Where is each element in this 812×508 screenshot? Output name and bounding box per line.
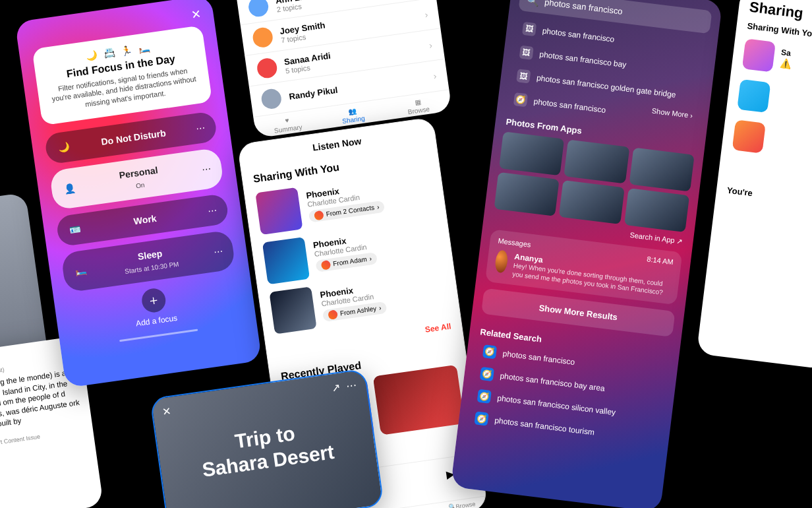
close-icon[interactable]: ✕: [190, 7, 202, 22]
avatar: [256, 57, 278, 79]
bed-icon: 🛏️: [72, 263, 89, 279]
album-art: [262, 237, 310, 284]
avatar: [252, 26, 274, 49]
photo-icon: 🖼: [519, 46, 534, 60]
message-time: 8:14 AM: [647, 255, 674, 266]
warning-icon: ⚠️: [779, 57, 792, 69]
photo-icon: 🖼: [522, 22, 536, 36]
photo-thumb[interactable]: [494, 172, 559, 216]
photo-thumb[interactable]: [629, 148, 694, 192]
album-art: [255, 187, 303, 235]
search-icon: 🔍: [525, 0, 540, 7]
add-focus-button[interactable]: ＋: [140, 287, 167, 314]
share-icon[interactable]: ↗: [332, 382, 341, 395]
avatar: [742, 38, 776, 72]
chevron-right-icon: ›: [433, 71, 438, 81]
photo-thumb[interactable]: [624, 188, 689, 232]
photo-thumb[interactable]: [499, 131, 564, 175]
safari-icon: 🧭: [480, 367, 494, 381]
safari-icon: 🧭: [513, 92, 528, 107]
chevron-right-icon: ›: [424, 9, 428, 20]
close-icon[interactable]: ✕: [161, 405, 172, 419]
avatar: [732, 119, 766, 153]
chevron-right-icon: ›: [428, 40, 433, 50]
more-icon[interactable]: ⋯: [201, 163, 212, 175]
more-icon[interactable]: ⋯: [213, 245, 223, 257]
safari-icon: 🧭: [477, 389, 492, 404]
safari-icon: 🧭: [474, 411, 488, 426]
id-card-icon: 🪪: [67, 221, 84, 238]
tab-browse[interactable]: 🔍Browse: [437, 499, 486, 508]
shared-item[interactable]: [721, 113, 812, 170]
messages-title: Messages: [498, 237, 531, 249]
more-icon[interactable]: ⋯: [345, 379, 357, 392]
photo-thumb[interactable]: [559, 180, 624, 224]
avatar: [494, 249, 509, 273]
tab-browse[interactable]: ▦Browse: [384, 94, 451, 119]
photo-icon: 🖼: [516, 69, 531, 83]
search-screen: 🔍 🖼photos san francisco 🖼photos san fran…: [451, 0, 723, 508]
moon-icon: 🌙: [55, 139, 72, 156]
home-indicator: [119, 329, 198, 342]
contacts-screen: You're Sharing Ann Li 2 topics › Joey Sm…: [233, 0, 452, 139]
focus-intro-card: 🌙 📇 🏃 🛏️ Find Focus in the Day Filter no…: [32, 25, 212, 125]
more-icon[interactable]: ⋯: [207, 205, 218, 216]
avatar: [737, 79, 770, 113]
trip-card[interactable]: ✕ ↗ ⋯ Trip toSahara Desert: [150, 368, 384, 508]
avatar: [260, 88, 283, 110]
avatar: [247, 0, 270, 18]
more-icon[interactable]: ⋯: [195, 122, 206, 134]
section-youre: You're: [716, 180, 812, 212]
safari-icon: 🧭: [482, 344, 497, 359]
recent-card[interactable]: [373, 365, 465, 435]
album-art: [269, 286, 316, 334]
person-icon: 👤: [61, 180, 78, 197]
focus-screen: ✕ 🌙 📇 🏃 🛏️ Find Focus in the Day Filter …: [14, 0, 262, 388]
photo-thumb[interactable]: [564, 139, 629, 183]
